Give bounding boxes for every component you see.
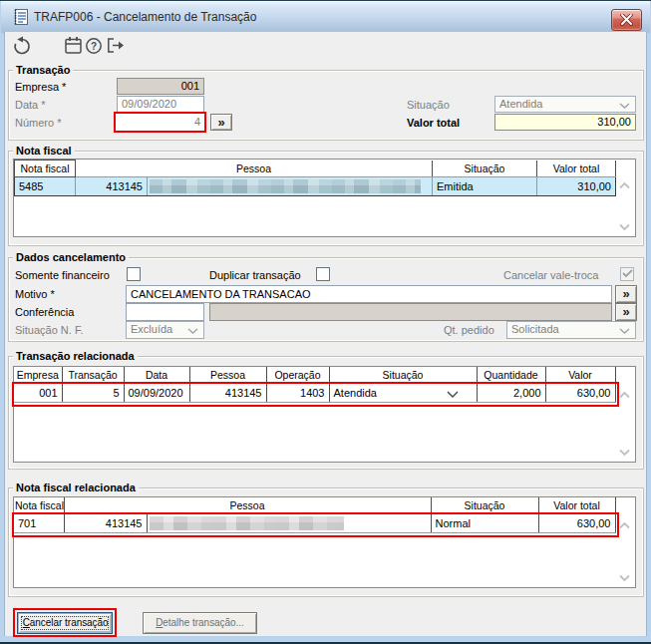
help-button[interactable]: ? xyxy=(85,37,107,59)
cell-operacao[interactable]: 1403 xyxy=(266,384,329,403)
nota-fiscal-relacionada-grid: Nota fiscal Pessoa Situação Valor total … xyxy=(13,496,636,588)
detalhe-transacao-label: Detalhe transação... xyxy=(150,613,251,632)
col-header-nota-fiscal[interactable]: Nota fiscal xyxy=(14,497,64,514)
check-icon xyxy=(622,269,633,278)
qt-pedido-label: Qt. pedido xyxy=(444,324,494,337)
cell-quantidade[interactable]: 2,000 xyxy=(477,384,545,403)
cell-transacao[interactable]: 5 xyxy=(62,384,124,403)
cell-valor[interactable]: 630,00 xyxy=(545,384,615,403)
col-header-valor[interactable]: Valor xyxy=(545,367,615,384)
somente-financeiro-checkbox[interactable] xyxy=(127,267,141,281)
col-header-transacao[interactable]: Transação xyxy=(62,367,124,384)
dialog-window: TRAFP006 - Cancelamento de Transação ? xyxy=(0,0,651,644)
col-header-operacao[interactable]: Operação xyxy=(266,367,329,384)
help-icon: ? xyxy=(85,37,103,55)
cell-pessoa-nome[interactable] xyxy=(147,514,431,533)
transacao-relacionada-grid: Empresa Transação Data Pessoa Operação S… xyxy=(13,366,636,463)
cell-empresa[interactable]: 001 xyxy=(14,384,62,403)
exit-button[interactable] xyxy=(106,37,128,59)
group-dados-cancelamento-legend: Dados cancelamento xyxy=(13,251,129,263)
close-icon xyxy=(620,14,633,26)
redacted-pessoa-nome xyxy=(150,516,344,530)
col-header-pessoa[interactable]: Pessoa xyxy=(189,367,266,384)
col-header-pessoa[interactable]: Pessoa xyxy=(76,161,433,177)
window-title: TRAFP006 - Cancelamento de Transação xyxy=(34,10,256,24)
undo-button[interactable] xyxy=(12,36,34,58)
empresa-label: Empresa * xyxy=(15,81,66,94)
redacted-pessoa-nome xyxy=(150,179,421,193)
nota-fiscal-relacionada-row[interactable]: 701 413145 Normal 630,00 xyxy=(14,514,615,533)
group-nota-fiscal-legend: Nota fiscal xyxy=(13,145,75,157)
detalhe-transacao-button[interactable]: Detalhe transação... xyxy=(143,612,257,634)
calendar-button[interactable] xyxy=(64,36,86,58)
col-header-empresa[interactable]: Empresa xyxy=(14,367,62,384)
cancelar-transacao-button[interactable]: Cancelar transação xyxy=(17,612,113,634)
col-header-nota-fiscal[interactable]: Nota fiscal xyxy=(15,161,76,177)
duplicar-transacao-checkbox[interactable] xyxy=(316,267,330,281)
col-header-situacao[interactable]: Situação xyxy=(431,497,538,514)
chevron-down-icon[interactable] xyxy=(447,391,459,398)
cell-pessoa[interactable]: 413145 xyxy=(189,384,266,403)
cell-pessoa-codigo[interactable]: 413145 xyxy=(64,514,147,533)
calendar-icon xyxy=(64,36,83,56)
scroll-up-icon[interactable] xyxy=(618,521,631,529)
scroll-up-icon[interactable] xyxy=(618,181,631,189)
scroll-down-icon[interactable] xyxy=(618,449,631,457)
qt-pedido-combo[interactable]: Solicitada xyxy=(506,321,636,339)
col-header-valor-total[interactable]: Valor total xyxy=(537,161,616,177)
cancelar-vale-troca-checkbox[interactable] xyxy=(620,267,634,281)
data-field[interactable]: 09/09/2020 xyxy=(117,96,204,113)
chevron-down-icon xyxy=(619,103,630,109)
chevron-down-icon xyxy=(619,328,630,334)
motivo-label: Motivo * xyxy=(15,288,55,301)
scroll-down-icon[interactable] xyxy=(618,574,631,582)
duplicar-transacao-label: Duplicar transação xyxy=(209,269,301,282)
cell-pessoa-nome[interactable] xyxy=(148,177,433,196)
cell-valor[interactable]: 630,00 xyxy=(538,514,615,533)
col-header-valor-total[interactable]: Valor total xyxy=(538,497,615,514)
situacao-combo[interactable]: Atendida xyxy=(494,96,636,113)
cell-valor[interactable]: 310,00 xyxy=(537,177,616,196)
col-header-data[interactable]: Data xyxy=(124,367,189,384)
col-header-pessoa[interactable]: Pessoa xyxy=(64,497,431,514)
window-icon xyxy=(13,8,30,28)
situacao-value: Atendida xyxy=(499,98,542,110)
valor-total-label: Valor total xyxy=(407,117,460,130)
group-nota-fiscal-relacionada-legend: Nota fiscal relacionada xyxy=(13,482,139,493)
group-transacao-relacionada-legend: Transação relacionada xyxy=(13,350,138,362)
numero-field[interactable]: 4 xyxy=(114,112,206,133)
data-label: Data * xyxy=(15,99,46,112)
somente-financeiro-label: Somente financeiro xyxy=(15,269,110,282)
conferencia-lookup-button[interactable]: » xyxy=(615,303,637,321)
scroll-down-icon[interactable] xyxy=(618,223,631,231)
situacao-label: Situação xyxy=(407,99,450,112)
close-button[interactable] xyxy=(611,9,642,31)
cell-situacao[interactable]: Emitida xyxy=(433,177,537,196)
cell-nota[interactable]: 5485 xyxy=(15,177,76,196)
cell-data[interactable]: 09/09/2020 xyxy=(124,384,189,403)
conferencia-field[interactable] xyxy=(126,303,204,321)
cell-situacao[interactable]: Normal xyxy=(431,514,538,533)
situacao-nf-combo[interactable]: Excluída xyxy=(126,321,204,339)
situacao-nf-value: Excluída xyxy=(131,323,172,335)
exit-icon xyxy=(106,37,126,55)
col-header-situacao[interactable]: Situação xyxy=(329,367,477,384)
nota-fiscal-grid: Nota fiscal Pessoa Situação Valor total … xyxy=(13,159,636,237)
transacao-relacionada-row[interactable]: 001 5 09/09/2020 413145 1403 Atendida 2,… xyxy=(14,384,615,403)
scroll-up-icon[interactable] xyxy=(618,391,631,399)
conferencia-descricao-field xyxy=(209,303,612,321)
col-header-situacao[interactable]: Situação xyxy=(433,161,537,177)
cell-situacao[interactable]: Atendida xyxy=(329,384,477,403)
motivo-lookup-button[interactable]: » xyxy=(615,285,637,303)
col-header-quantidade[interactable]: Quantidade xyxy=(477,367,545,384)
numero-lookup-button[interactable]: » xyxy=(210,114,232,131)
cancelar-vale-troca-label: Cancelar vale-troca xyxy=(503,269,598,282)
valor-total-field[interactable]: 310,00 xyxy=(494,114,636,131)
chevron-down-icon xyxy=(187,328,198,334)
nota-fiscal-row[interactable]: 5485 413145 Emitida 310,00 xyxy=(15,177,616,196)
empresa-field[interactable]: 001 xyxy=(117,78,204,95)
title-bar: TRAFP006 - Cancelamento de Transação xyxy=(1,1,650,33)
cell-nota[interactable]: 701 xyxy=(14,514,64,533)
motivo-field[interactable]: CANCELAMENTO DA TRANSACAO xyxy=(126,285,612,303)
cell-pessoa-codigo[interactable]: 413145 xyxy=(76,177,148,196)
